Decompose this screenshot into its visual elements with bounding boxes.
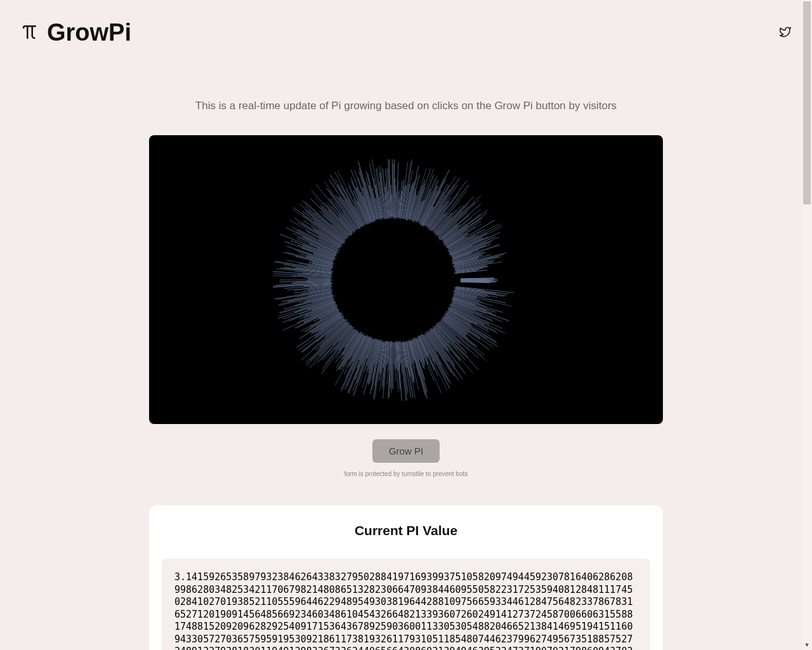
svg-line-170 <box>393 342 393 389</box>
svg-line-351 <box>307 278 330 279</box>
twitter-link[interactable] <box>779 25 792 41</box>
pi-value-box: 3.14159265358979323846264338327950288419… <box>162 559 650 650</box>
svg-line-527 <box>392 195 393 216</box>
pi-circle-viz <box>273 159 514 401</box>
main: This is a real-time update of Pi growing… <box>149 65 663 650</box>
twitter-icon <box>779 29 792 40</box>
grow-pi-button[interactable]: Grow PI <box>372 439 440 463</box>
brand: GrowPi <box>20 19 131 46</box>
pi-value-title: Current PI Value <box>162 523 650 538</box>
description-text: This is a real-time update of Pi growing… <box>195 100 617 112</box>
pi-visualization-canvas <box>149 135 663 424</box>
scrollbar-thumb[interactable] <box>803 1 811 204</box>
pi-icon <box>20 22 39 44</box>
header: GrowPi <box>0 0 812 65</box>
brand-name: GrowPi <box>47 19 131 46</box>
turnstile-note: form is protected by turnstile to preven… <box>344 470 468 477</box>
pi-value-card: Current PI Value 3.141592653589793238462… <box>149 505 663 650</box>
scrollbar-arrow-down-icon[interactable]: ▼ <box>803 641 811 649</box>
scrollbar-track[interactable]: ▼ <box>802 0 812 650</box>
